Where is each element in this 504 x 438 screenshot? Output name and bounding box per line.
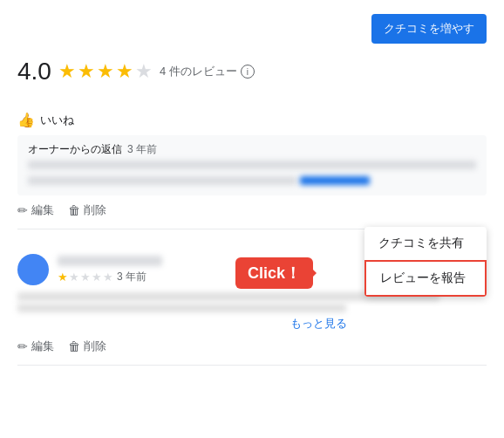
- delete-button-1[interactable]: 🗑 削除: [68, 202, 106, 218]
- review-count: 4 件のレビュー i: [160, 64, 255, 79]
- rating-stars: ★ ★ ★ ★ ★: [58, 60, 153, 83]
- r-star-3: ★: [80, 270, 91, 284]
- like-icon: 👍: [17, 112, 35, 128]
- owner-reply-header: オーナーからの返信 3 年前: [28, 142, 476, 157]
- owner-reply-time: 3 年前: [127, 142, 157, 157]
- r-star-4: ★: [92, 270, 102, 284]
- edit-label-1: 編集: [31, 202, 54, 218]
- reply-text-blue: [300, 176, 370, 185]
- delete-button-2[interactable]: 🗑 削除: [68, 339, 106, 354]
- trash-icon: 🗑: [68, 203, 80, 217]
- delete-label-2: 削除: [84, 339, 106, 354]
- like-section: 👍 いいね: [17, 112, 487, 128]
- second-reviewer-avatar: [17, 254, 49, 285]
- second-review-stars: ★ ★ ★ ★ ★: [58, 270, 113, 284]
- trash-icon-2: 🗑: [68, 339, 80, 353]
- edit-label-2: 編集: [31, 339, 54, 354]
- more-link[interactable]: もっと見る: [17, 316, 487, 332]
- star-4: ★: [116, 60, 133, 83]
- reply-text-line-1: [28, 161, 476, 169]
- r-star-2: ★: [69, 270, 79, 284]
- r-star-1: ★: [58, 270, 68, 284]
- star-5: ★: [135, 60, 153, 83]
- dropdown-menu: クチコミを共有 レビューを報告: [364, 227, 487, 297]
- increase-reviews-button[interactable]: クチコミを増やす: [371, 14, 487, 44]
- owner-reply-title: オーナーからの返信: [28, 142, 122, 157]
- star-3: ★: [97, 60, 114, 83]
- r-star-5: ★: [103, 270, 113, 284]
- owner-reply: オーナーからの返信 3 年前: [17, 135, 487, 195]
- reply-text-line-2: [28, 176, 296, 185]
- edit-button-2[interactable]: ✏ 編集: [17, 339, 54, 354]
- edit-button-1[interactable]: ✏ 編集: [17, 202, 54, 218]
- top-bar: クチコミを増やす: [17, 14, 487, 44]
- delete-label-1: 削除: [84, 202, 106, 218]
- second-reviewer-name: [58, 256, 162, 266]
- share-review-item[interactable]: クチコミを共有: [364, 227, 487, 260]
- page: クチコミを増やす 4.0 ★ ★ ★ ★ ★ 4 件のレビュー i 👍 いいね …: [0, 0, 504, 438]
- like-label: いいね: [40, 113, 74, 128]
- second-review-actions: ✏ 編集 🗑 削除: [17, 339, 487, 354]
- star-1: ★: [58, 60, 76, 83]
- pencil-icon-2: ✏: [17, 339, 28, 353]
- pencil-icon: ✏: [17, 203, 28, 217]
- rating-section: 4.0 ★ ★ ★ ★ ★ 4 件のレビュー i: [17, 58, 487, 86]
- first-review-actions: ✏ 編集 🗑 削除: [17, 202, 487, 218]
- info-icon[interactable]: i: [241, 65, 255, 79]
- review-text-2: [17, 304, 346, 312]
- star-2: ★: [78, 60, 95, 83]
- report-review-item[interactable]: レビューを報告: [364, 260, 487, 297]
- second-review-time: 3 年前: [117, 270, 146, 284]
- first-review-card: 👍 いいね オーナーからの返信 3 年前 ✏ 編集 🗑 削除: [17, 96, 487, 229]
- rating-number: 4.0: [17, 58, 51, 86]
